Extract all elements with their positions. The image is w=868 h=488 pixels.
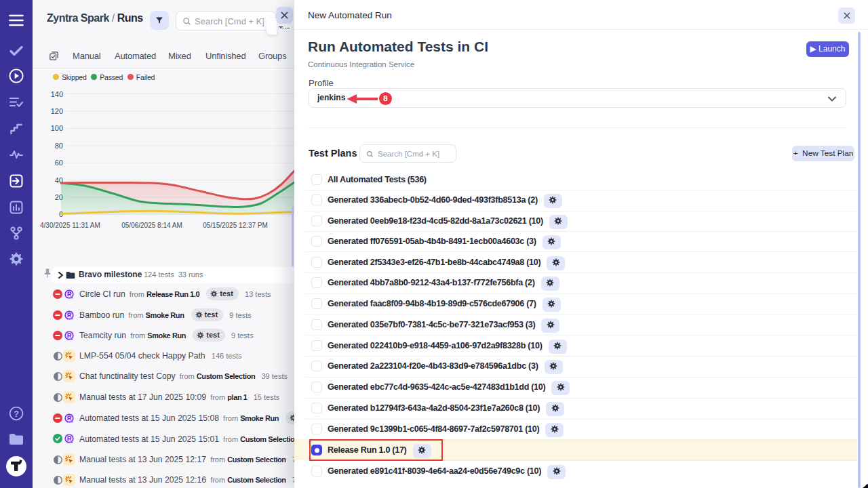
svg-text:?: ? [14,409,19,419]
svg-text:05/15/2025 12:37 PM: 05/15/2025 12:37 PM [203,222,268,229]
svg-text:05/06/2025 8:14 AM: 05/06/2025 8:14 AM [121,222,182,229]
svg-text:140: 140 [51,90,63,98]
svg-text:100: 100 [51,124,63,132]
svg-text:80: 80 [55,142,63,150]
svg-text:120: 120 [51,107,63,115]
svg-text:4/30/2025 11:31 AM: 4/30/2025 11:31 AM [40,222,100,229]
svg-text:60: 60 [55,159,63,167]
